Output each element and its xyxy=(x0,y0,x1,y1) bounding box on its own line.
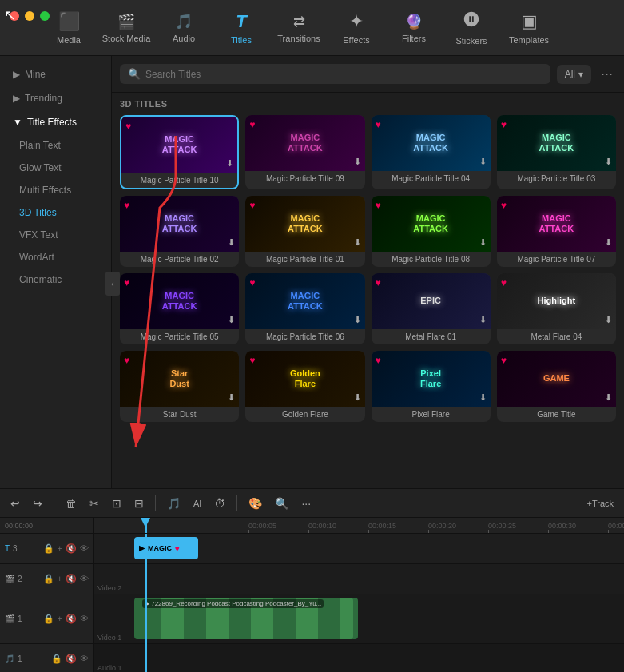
sidebar-sub-wordart[interactable]: WordArt xyxy=(0,246,111,268)
more-options-button[interactable]: ··· xyxy=(598,62,616,85)
toolbar-item-titles[interactable]: T Titles xyxy=(213,4,270,52)
title-thumb-metalflare04: ♥ Highlight ⬇ xyxy=(497,273,616,329)
title-thumb-magic03: ♥ MAGICATTACK ⬇ xyxy=(497,115,616,171)
toolbar-item-transitions[interactable]: ⇄ Transitions xyxy=(270,4,328,52)
sidebar-sub-glow-text[interactable]: Glow Text xyxy=(0,157,111,179)
title-name-magic09: Magic Particle Title 09 xyxy=(245,171,364,186)
timeline-undo-button[interactable]: ↩ xyxy=(6,495,24,512)
download-icon-metalflare01[interactable]: ⬇ xyxy=(479,315,487,325)
track-v1-lock-button[interactable]: 🔒 xyxy=(43,614,54,624)
download-icon-magic09[interactable]: ⬇ xyxy=(354,157,361,167)
title-card-magic03[interactable]: ♥ MAGICATTACK ⬇ Magic Particle Title 03 xyxy=(497,115,616,189)
title-card-magic05[interactable]: ♥ MAGICATTACK ⬇ Magic Particle Title 05 xyxy=(120,273,239,344)
title-card-metalflare01[interactable]: ♥ EPIC ⬇ Metal Flare 01 xyxy=(372,273,491,344)
sidebar-sub-vfx-text[interactable]: VFX Text xyxy=(0,224,111,246)
title-card-stardust[interactable]: ♥ StarDust ⬇ Star Dust xyxy=(120,351,239,422)
track-v1-eye-button[interactable]: 👁 xyxy=(80,614,89,624)
timeline-split-button[interactable]: ⊟ xyxy=(130,495,148,512)
track-v2-lock-button[interactable]: 🔒 xyxy=(43,574,54,584)
title-art-magic06: MAGICATTACK xyxy=(286,289,324,313)
track-v2-add-button[interactable]: + xyxy=(58,574,62,584)
download-icon-magic02[interactable]: ⬇ xyxy=(228,237,235,248)
download-icon-pixel[interactable]: ⬇ xyxy=(479,392,487,403)
timeline-more-button[interactable]: ··· xyxy=(297,495,315,512)
toolbar-item-stickers[interactable]: Stickers xyxy=(443,4,500,52)
sidebar-sub-cinematic[interactable]: Cinematic xyxy=(0,268,111,291)
toolbar-item-effects[interactable]: ✦ Effects xyxy=(328,4,385,52)
sidebar-sub-3d-titles[interactable]: 3D Titles xyxy=(0,201,111,224)
toolbar-item-audio[interactable]: 🎵 Audio xyxy=(155,4,213,52)
heart-icon-magic09: ♥ xyxy=(249,119,255,130)
title-card-magic10[interactable]: ♥ MAGICATTACK ⬇ Magic Particle Title 10 xyxy=(120,115,239,189)
timeline-audio-button[interactable]: 🎵 xyxy=(163,495,185,512)
sidebar-sub-plain-text[interactable]: Plain Text xyxy=(0,134,111,157)
download-icon-magic05[interactable]: ⬇ xyxy=(228,315,235,325)
timeline-delete-button[interactable]: 🗑 xyxy=(62,495,81,512)
download-icon-magic04[interactable]: ⬇ xyxy=(479,157,487,167)
title-card-magic02[interactable]: ♥ MAGICATTACK ⬇ Magic Particle Title 02 xyxy=(120,196,239,267)
toolbar-item-templates[interactable]: ▣ Templates xyxy=(500,4,558,52)
download-icon-magic08[interactable]: ⬇ xyxy=(479,237,487,248)
title-card-metalflare04[interactable]: ♥ Highlight ⬇ Metal Flare 04 xyxy=(497,273,616,344)
sidebar-item-mine[interactable]: ▶ Mine xyxy=(0,62,111,86)
track-a1-volume-button[interactable]: 🔇 xyxy=(66,654,77,664)
timeline-crop-button[interactable]: ⊡ xyxy=(108,495,125,512)
clip-magic[interactable]: ▶ MAGIC ♥ xyxy=(134,537,198,559)
download-icon-magic07[interactable]: ⬇ xyxy=(605,237,612,248)
download-icon-magic03[interactable]: ⬇ xyxy=(605,157,612,167)
track-a1-lock-button[interactable]: 🔒 xyxy=(51,654,62,664)
track-header-video2: 🎬 2 🔒 + 🔇 👁 xyxy=(0,564,94,594)
title-card-game[interactable]: ♥ GAME ⬇ Game Title xyxy=(497,351,616,422)
download-icon-metalflare04[interactable]: ⬇ xyxy=(605,315,612,325)
track-eye-button[interactable]: 👁 xyxy=(80,543,89,554)
download-icon-golden[interactable]: ⬇ xyxy=(354,392,361,403)
timeline-add-track-button[interactable]: +Track xyxy=(582,496,618,511)
title-card-magic06[interactable]: ♥ MAGICATTACK ⬇ Magic Particle Title 06 xyxy=(245,273,364,344)
maximize-button[interactable] xyxy=(40,11,50,21)
sidebar-collapse-button[interactable]: ‹ xyxy=(105,272,120,296)
timeline-ai-button[interactable]: AI xyxy=(189,496,205,511)
sidebar-item-mine-label: Mine xyxy=(25,69,46,80)
download-icon-magic10[interactable]: ⬇ xyxy=(226,158,233,169)
sidebar-sub-multi-effects[interactable]: Multi Effects xyxy=(0,179,111,201)
timeline-cut-button[interactable]: ✂ xyxy=(85,495,103,512)
track-add-button[interactable]: + xyxy=(58,543,62,554)
sidebar-item-title-effects[interactable]: ▼ Title Effects xyxy=(0,110,111,134)
sidebar-item-trending[interactable]: ▶ Trending xyxy=(0,86,111,110)
toolbar-item-stock[interactable]: 🎬 Stock Media xyxy=(97,4,155,52)
toolbar-item-audio-label: Audio xyxy=(173,34,195,43)
timeline-redo-button[interactable]: ↪ xyxy=(29,495,46,512)
title-thumb-magic08: ♥ MAGICATTACK ⬇ xyxy=(372,196,491,252)
title-card-magic08[interactable]: ♥ MAGICATTACK ⬇ Magic Particle Title 08 xyxy=(372,196,491,267)
filter-dropdown[interactable]: All ▾ xyxy=(557,65,591,84)
track-a1-eye-button[interactable]: 👁 xyxy=(80,654,89,664)
track-volume-button[interactable]: 🔇 xyxy=(66,543,77,554)
timeline-zoom-button[interactable]: 🔍 xyxy=(271,495,292,512)
title-name-magic08: Magic Particle Title 08 xyxy=(372,252,491,267)
track-v2-eye-button[interactable]: 👁 xyxy=(80,574,89,584)
clip-video1[interactable]: ▶ 722869_Recording Podcast Podcasting Po… xyxy=(134,598,358,639)
download-icon-magic06[interactable]: ⬇ xyxy=(354,315,361,325)
search-input[interactable] xyxy=(145,69,543,80)
download-icon-magic01[interactable]: ⬇ xyxy=(354,237,361,248)
title-card-magic01[interactable]: ♥ MAGICATTACK ⬇ Magic Particle Title 01 xyxy=(245,196,364,267)
title-card-golden[interactable]: ♥ GoldenFlare ⬇ Golden Flare xyxy=(245,351,364,422)
minimize-button[interactable] xyxy=(25,11,34,21)
timeline-color-button[interactable]: 🎨 xyxy=(244,495,266,512)
title-card-magic07[interactable]: ♥ MAGICATTACK ⬇ Magic Particle Title 07 xyxy=(497,196,616,267)
title-card-magic09[interactable]: ♥ MAGICATTACK ⬇ Magic Particle Title 09 xyxy=(245,115,364,189)
track-row-video1: 🎬 1 🔒 + 🔇 👁 ▶ 722869_Recording Podcast P… xyxy=(0,594,624,644)
toolbar-item-filters[interactable]: 🔮 Filters xyxy=(385,4,443,52)
title-thumb-stardust: ♥ StarDust ⬇ xyxy=(120,351,239,407)
download-icon-game[interactable]: ⬇ xyxy=(605,392,612,403)
title-card-magic04[interactable]: ♥ MAGICATTACK ⬇ Magic Particle Title 04 xyxy=(372,115,491,189)
track-v1-volume-button[interactable]: 🔇 xyxy=(66,614,77,624)
search-input-wrap[interactable]: 🔍 xyxy=(120,64,550,84)
timeline-speed-button[interactable]: ⏱ xyxy=(210,495,229,512)
title-art-magic08: MAGICATTACK xyxy=(411,212,450,236)
track-v2-volume-button[interactable]: 🔇 xyxy=(66,574,77,584)
title-card-pixel[interactable]: ♥ PixelFlare ⬇ Pixel Flare xyxy=(372,351,491,422)
download-icon-stardust[interactable]: ⬇ xyxy=(228,392,235,403)
track-v1-add-button[interactable]: + xyxy=(58,614,62,624)
track-lock-button[interactable]: 🔒 xyxy=(43,543,54,554)
